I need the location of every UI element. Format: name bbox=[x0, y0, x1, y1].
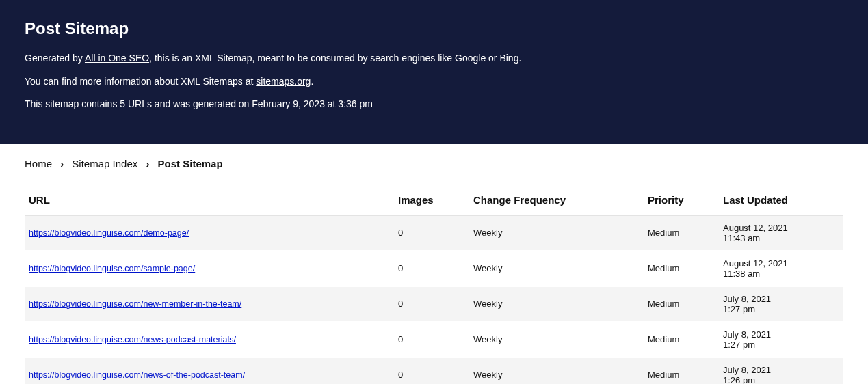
page-title: Post Sitemap bbox=[25, 19, 843, 38]
updated-date: July 8, 2021 bbox=[723, 294, 839, 304]
updated-time: 1:27 pm bbox=[723, 304, 839, 314]
breadcrumb-sitemap-index[interactable]: Sitemap Index bbox=[72, 158, 137, 169]
sitemaps-org-link[interactable]: sitemaps.org bbox=[256, 76, 311, 87]
text: You can find more information about XML … bbox=[25, 76, 256, 87]
updated-time: 11:38 am bbox=[723, 269, 839, 279]
table-row: https://blogvideo.linguise.com/news-podc… bbox=[25, 322, 843, 357]
header-line-stats: This sitemap contains 5 URLs and was gen… bbox=[25, 98, 843, 111]
sitemap-table: URL Images Change Frequency Priority Las… bbox=[25, 187, 843, 384]
col-header-images: Images bbox=[394, 187, 469, 216]
text: Generated by bbox=[25, 53, 85, 64]
cell-images: 0 bbox=[394, 215, 469, 251]
url-link[interactable]: https://blogvideo.linguise.com/new-membe… bbox=[29, 299, 241, 309]
cell-priority: Medium bbox=[644, 322, 719, 357]
updated-date: August 12, 2021 bbox=[723, 258, 839, 269]
breadcrumb-home[interactable]: Home bbox=[25, 158, 52, 169]
cell-url: https://blogvideo.linguise.com/news-of-t… bbox=[25, 357, 394, 384]
text: . bbox=[311, 76, 313, 87]
cell-last-updated: July 8, 20211:26 pm bbox=[719, 357, 843, 384]
text: , this is an XML Sitemap, meant to be co… bbox=[149, 53, 521, 64]
updated-time: 11:43 am bbox=[723, 233, 839, 243]
col-header-priority: Priority bbox=[644, 187, 719, 216]
url-link[interactable]: https://blogvideo.linguise.com/demo-page… bbox=[29, 228, 189, 238]
updated-date: July 8, 2021 bbox=[723, 365, 839, 375]
cell-last-updated: July 8, 20211:27 pm bbox=[719, 322, 843, 357]
url-link[interactable]: https://blogvideo.linguise.com/news-podc… bbox=[29, 335, 236, 344]
cell-priority: Medium bbox=[644, 357, 719, 384]
cell-images: 0 bbox=[394, 251, 469, 286]
cell-url: https://blogvideo.linguise.com/demo-page… bbox=[25, 215, 394, 251]
cell-images: 0 bbox=[394, 357, 469, 384]
cell-change-frequency: Weekly bbox=[469, 251, 644, 286]
cell-priority: Medium bbox=[644, 215, 719, 251]
cell-images: 0 bbox=[394, 286, 469, 322]
updated-date: July 8, 2021 bbox=[723, 329, 839, 340]
cell-last-updated: August 12, 202111:43 am bbox=[719, 215, 843, 251]
page-header: Post Sitemap Generated by All in One SEO… bbox=[0, 0, 868, 144]
header-line-generator: Generated by All in One SEO, this is an … bbox=[25, 52, 843, 66]
generator-link[interactable]: All in One SEO bbox=[85, 53, 149, 64]
updated-time: 1:27 pm bbox=[723, 340, 839, 350]
table-header-row: URL Images Change Frequency Priority Las… bbox=[25, 187, 843, 216]
col-header-url: URL bbox=[25, 187, 394, 216]
cell-priority: Medium bbox=[644, 251, 719, 286]
table-row: https://blogvideo.linguise.com/news-of-t… bbox=[25, 357, 843, 384]
table-row: https://blogvideo.linguise.com/new-membe… bbox=[25, 286, 843, 322]
updated-time: 1:26 pm bbox=[723, 375, 839, 384]
cell-change-frequency: Weekly bbox=[469, 357, 644, 384]
col-header-last-updated: Last Updated bbox=[719, 187, 843, 216]
cell-priority: Medium bbox=[644, 286, 719, 322]
breadcrumb-current: Post Sitemap bbox=[158, 158, 223, 169]
cell-url: https://blogvideo.linguise.com/new-membe… bbox=[25, 286, 394, 322]
url-link[interactable]: https://blogvideo.linguise.com/sample-pa… bbox=[29, 264, 195, 273]
cell-images: 0 bbox=[394, 322, 469, 357]
table-row: https://blogvideo.linguise.com/sample-pa… bbox=[25, 251, 843, 286]
url-link[interactable]: https://blogvideo.linguise.com/news-of-t… bbox=[29, 370, 245, 380]
cell-change-frequency: Weekly bbox=[469, 286, 644, 322]
breadcrumb: Home › Sitemap Index › Post Sitemap bbox=[25, 158, 843, 169]
cell-change-frequency: Weekly bbox=[469, 322, 644, 357]
content-area: Home › Sitemap Index › Post Sitemap URL … bbox=[0, 144, 868, 384]
cell-last-updated: August 12, 202111:38 am bbox=[719, 251, 843, 286]
header-line-moreinfo: You can find more information about XML … bbox=[25, 75, 843, 89]
cell-url: https://blogvideo.linguise.com/sample-pa… bbox=[25, 251, 394, 286]
cell-change-frequency: Weekly bbox=[469, 215, 644, 251]
chevron-right-icon: › bbox=[146, 158, 149, 169]
updated-date: August 12, 2021 bbox=[723, 223, 839, 233]
col-header-change-frequency: Change Frequency bbox=[469, 187, 644, 216]
cell-url: https://blogvideo.linguise.com/news-podc… bbox=[25, 322, 394, 357]
cell-last-updated: July 8, 20211:27 pm bbox=[719, 286, 843, 322]
table-row: https://blogvideo.linguise.com/demo-page… bbox=[25, 215, 843, 251]
chevron-right-icon: › bbox=[60, 158, 64, 169]
